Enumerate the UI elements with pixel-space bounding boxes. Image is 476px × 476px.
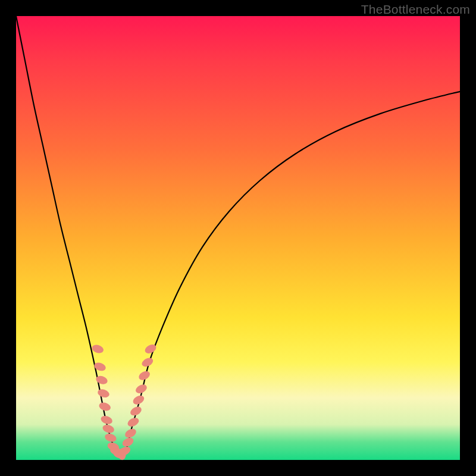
data-point [124,427,138,440]
watermark-text: TheBottleneck.com [361,2,470,17]
data-point [98,401,112,412]
chart-frame: TheBottleneck.com [0,0,476,476]
data-point [93,361,107,372]
plot-area [16,16,460,460]
bottleneck-curve [16,16,460,456]
data-point [96,388,110,399]
data-point [126,416,140,428]
data-point [104,432,117,443]
data-point [91,343,105,355]
data-point [100,415,114,426]
data-point [121,436,135,449]
chart-svg [16,16,460,460]
data-point [102,424,115,435]
marker-layer [91,343,158,460]
curve-layer [16,16,460,456]
